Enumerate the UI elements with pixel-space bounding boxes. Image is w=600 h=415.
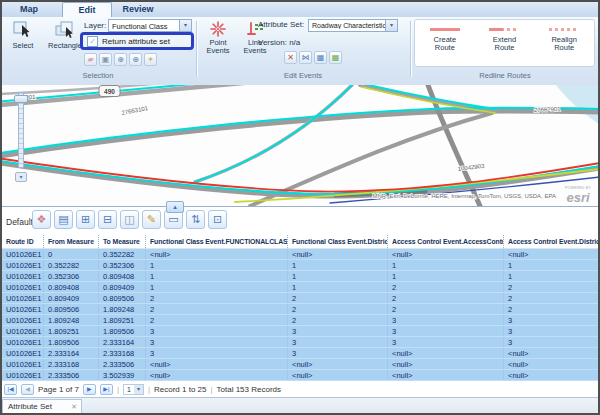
table-cell[interactable]: 1 [146,271,288,282]
table-cell[interactable]: 1.809251 [99,315,146,326]
table-row[interactable]: U01026E10.8094080.8094091122 [2,282,599,293]
table-cell[interactable]: 2 [146,304,288,315]
table-cell[interactable]: 2 [388,304,504,315]
table-row[interactable]: U01026E10.8094090.8095062222 [2,293,599,304]
point-events-button[interactable]: Point Events [200,20,236,55]
table-cell[interactable]: 2 [388,293,504,304]
table-cell[interactable]: 3 [388,315,504,326]
show-selected-icon[interactable]: ▤ [54,210,73,229]
table-cell[interactable]: 0 [44,249,99,260]
table-cell[interactable]: 3 [504,326,599,337]
collapse-table-button[interactable]: ▴ [166,201,184,213]
zoom-to-selected-icon[interactable]: ⊕ [114,53,127,66]
table-cell[interactable]: 1 [388,260,504,271]
realign-route-button[interactable]: RealignRoute [536,28,592,52]
table-cell[interactable]: 2 [504,304,599,315]
table-cell[interactable]: <null> [146,359,288,370]
layer-dropdown[interactable]: Functional Class ▾ [108,19,192,32]
tab-review[interactable]: Review [116,3,160,16]
table-cell[interactable]: 3 [288,348,388,359]
table-cell[interactable]: <null> [504,370,599,381]
table-cell[interactable]: <null> [288,249,388,260]
table-cell[interactable]: 2 [146,293,288,304]
select-button[interactable]: Select [4,20,42,50]
table-cell[interactable]: 3 [146,326,288,337]
table-cell[interactable]: 0.352282 [99,249,146,260]
table-cell[interactable]: 0.809408 [99,271,146,282]
table-cell[interactable]: 2.333168 [99,348,146,359]
zoom-slider-button[interactable]: ▾ [15,172,27,182]
attribute-set-dropdown[interactable]: Roadway Characteristics ▾ [308,19,398,32]
add-record-icon[interactable]: ⊞ [76,210,95,229]
remove-event-icon[interactable]: ✕ [284,51,297,64]
table-cell[interactable]: 1.809251 [44,326,99,337]
grid-view-label[interactable]: Default [6,217,33,227]
attribute-set-tab[interactable]: ✕ Attribute Set [2,399,82,415]
table-cell[interactable]: 1 [504,271,599,282]
table-cell[interactable]: 3 [504,315,599,326]
table-row[interactable]: U01026E10.3523060.8094081111 [2,271,599,282]
table-cell[interactable]: U01026E1 [2,271,44,282]
clear-selection-icon[interactable]: ▣ [99,53,112,66]
edit-record-icon[interactable]: ✎ [142,210,161,229]
table-cell[interactable]: <null> [388,249,504,260]
table-cell[interactable]: 3 [504,337,599,348]
table-cell[interactable]: U01026E1 [2,370,44,381]
table-cell[interactable]: 2 [504,293,599,304]
table-row[interactable]: U01026E12.3331642.33316833<null><null> [2,348,599,359]
last-page-button[interactable]: ▶| [100,384,113,395]
table-row[interactable]: U01026E100.352282<null><null><null><null… [2,249,599,260]
table-cell[interactable]: U01026E1 [2,315,44,326]
table-cell[interactable]: <null> [504,348,599,359]
column-header[interactable]: To Measure [99,235,146,249]
table-cell[interactable]: 0.809506 [44,304,99,315]
column-header[interactable]: From Measure [44,235,99,249]
table-cell[interactable]: 2.333164 [99,337,146,348]
tab-edit[interactable]: Edit [62,2,112,18]
table-cell[interactable]: 3 [288,337,388,348]
table-cell[interactable]: 1.809248 [44,315,99,326]
table-cell[interactable]: U01026E1 [2,359,44,370]
table-cell[interactable]: <null> [288,370,388,381]
table-cell[interactable]: U01026E1 [2,326,44,337]
table-cell[interactable]: 1 [288,260,388,271]
create-route-button[interactable]: CreateRoute [417,28,473,52]
table-cell[interactable]: U01026E1 [2,282,44,293]
table-cell[interactable]: U01026E1 [2,293,44,304]
table-cell[interactable]: U01026E1 [2,337,44,348]
column-header[interactable]: Access Control Event.AccessControl [388,235,504,249]
table-cell[interactable]: 0.352306 [44,271,99,282]
table-cell[interactable]: 1 [146,282,288,293]
table-cell[interactable]: 3 [388,337,504,348]
table-cell[interactable]: <null> [388,348,504,359]
attribute-table-icon[interactable]: ▦ [329,51,342,64]
table-cell[interactable]: 1 [288,271,388,282]
eraser-icon[interactable]: ▰ [84,53,97,66]
return-attribute-set-checkbox[interactable]: ✓ [87,36,98,47]
table-cell[interactable]: 1 [388,271,504,282]
extend-route-button[interactable]: ExtendRoute [476,28,532,52]
table-row[interactable]: U01026E12.3331682.333506<null><null><nul… [2,359,599,370]
table-row[interactable]: U01026E12.3335063.502939<null><null><nul… [2,370,599,381]
table-cell[interactable]: 0.352282 [44,260,99,271]
table-cell[interactable]: U01026E1 [2,304,44,315]
table-cell[interactable]: 2 [388,282,504,293]
table-cell[interactable]: 1.809506 [99,326,146,337]
column-header[interactable]: Access Control Event.District [504,235,599,249]
map-zoom-slider[interactable]: ▾ [14,88,28,182]
table-row[interactable]: U01026E11.8092511.8095063333 [2,326,599,337]
table-cell[interactable]: 3.502939 [99,370,146,381]
selection-tools-icon[interactable]: ❖ [32,210,51,229]
save-edits-icon[interactable]: ◫ [120,210,139,229]
table-cell[interactable]: 2.333506 [44,370,99,381]
table-cell[interactable]: 2 [288,304,388,315]
table-row[interactable]: U01026E11.8095062.3331643333 [2,337,599,348]
table-cell[interactable]: <null> [146,249,288,260]
table-cell[interactable]: <null> [504,249,599,260]
table-cell[interactable]: U01026E1 [2,249,44,260]
event-table-icon[interactable]: ▦ [314,51,327,64]
table-row[interactable]: U01026E11.8092481.8092512233 [2,315,599,326]
table-cell[interactable]: 2.333168 [44,359,99,370]
table-cell[interactable]: 2 [288,293,388,304]
table-cell[interactable]: 2 [504,282,599,293]
